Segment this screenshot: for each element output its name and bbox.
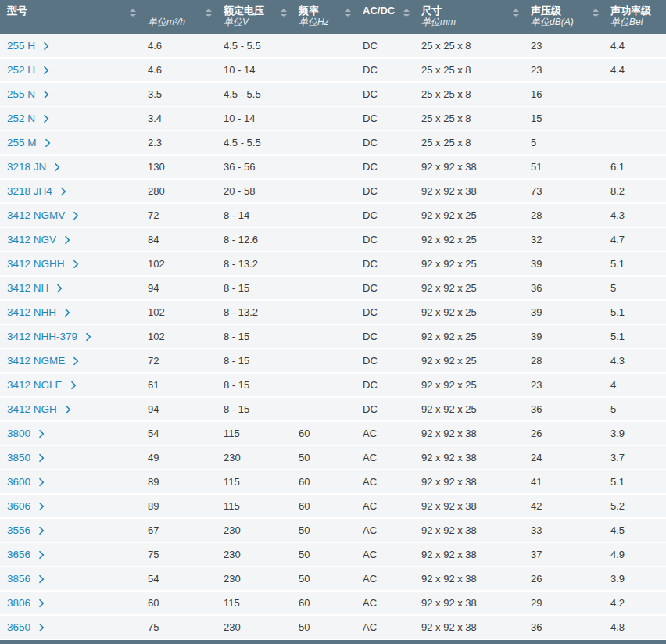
column-header-sound_pressure[interactable]: 声压级单位dB(A) [524,0,603,34]
model-link[interactable]: 3856 [7,573,45,585]
column-header-acdc[interactable]: AC/DC [356,0,414,34]
sort-arrows-icon[interactable] [593,9,599,17]
model-name: 3600 [7,476,30,488]
cell-airflow: 84 [141,234,217,245]
column-header-dimensions[interactable]: 尺寸单位mm [414,0,524,34]
table-row: 3412 NGLE618 - 15DC92 x 92 x 25234 [0,374,666,398]
cell-dimensions: 92 x 92 x 25 [414,258,524,270]
model-link[interactable]: 3412 NGLE [7,379,77,391]
model-link[interactable]: 3412 NGV [7,234,70,245]
cell-model: 3600 [0,476,141,488]
model-link[interactable]: 3412 NGME [7,355,79,367]
cell-voltage: 8 - 15 [217,331,292,342]
cell-acdc: DC [356,161,414,173]
sort-asc-icon [513,9,519,12]
model-link[interactable]: 3850 [7,452,45,463]
column-unit-label: 单位m³/h [148,16,185,27]
model-link[interactable]: 3600 [7,476,45,488]
model-name: 3856 [7,573,30,585]
table-header-row: 型号单位m³/h额定电压单位V频率单位HzAC/DC尺寸单位mm声压级单位dB(… [0,0,666,34]
cell-voltage: 20 - 58 [217,185,292,197]
model-link[interactable]: 252 H [7,64,49,76]
model-link[interactable]: 3556 [7,524,45,536]
model-link[interactable]: 3218 JH4 [7,185,66,197]
cell-model: 3218 JH4 [0,185,141,197]
sort-desc-icon [281,14,287,17]
cell-sound_pressure: 23 [524,40,603,52]
table-row: 35566723050AC92 x 92 x 38334.5 [0,519,666,543]
column-unit-label: 单位dB(A) [531,16,574,27]
cell-frequency: 50 [292,524,356,536]
model-link[interactable]: 3412 NHH-379 [7,331,91,342]
table-row: 3412 NGHH1028 - 13.2DC92 x 92 x 25395.1 [0,252,666,277]
table-row: 3412 NHH1028 - 13.2DC92 x 92 x 25395.1 [0,301,666,325]
sort-arrows-icon[interactable] [513,9,519,17]
model-link[interactable]: 252 N [7,113,49,124]
cell-voltage: 8 - 14 [217,209,292,221]
model-link[interactable]: 3412 NH [7,282,63,294]
chevron-right-icon [73,259,79,269]
sort-arrows-icon[interactable] [345,9,351,17]
model-link[interactable]: 3412 NGMV [7,209,79,221]
cell-acdc: DC [356,40,414,52]
model-link[interactable]: 3412 NHH [7,306,70,318]
cell-sound_power: 4 [603,379,666,391]
cell-acdc: DC [356,113,414,124]
chevron-right-icon [38,599,45,608]
cell-sound_pressure: 23 [524,379,603,391]
model-name: 3412 NGLE [7,379,63,391]
cell-model: 3606 [0,500,141,512]
cell-acdc: AC [356,621,414,633]
cell-model: 3412 NH [0,282,141,294]
cell-sound_pressure: 28 [524,209,603,221]
model-link[interactable]: 3412 NGHH [7,258,79,270]
cell-voltage: 8 - 13.2 [217,258,292,270]
chevron-right-icon [64,308,70,317]
sort-arrows-icon[interactable] [403,9,410,17]
table-row: 38565423050AC92 x 92 x 38263.9 [0,567,666,592]
cell-airflow: 75 [141,621,217,633]
sort-arrows-icon[interactable] [130,9,136,17]
cell-voltage: 230 [217,621,292,633]
column-header-voltage[interactable]: 额定电压单位V [217,0,292,34]
column-header-airflow[interactable]: 单位m³/h [141,0,217,34]
cell-frequency: 60 [292,597,356,609]
model-link[interactable]: 3412 NGH [7,403,71,415]
column-header-model[interactable]: 型号 [0,0,141,34]
cell-model: 255 M [0,137,141,148]
cell-acdc: AC [356,452,414,463]
column-label: 频率 [299,5,329,16]
model-link[interactable]: 255 M [7,137,51,148]
cell-frequency: 60 [292,476,356,488]
table-row: 252 N3.410 - 14DC25 x 25 x 815 [0,107,666,131]
cell-airflow: 75 [141,549,217,560]
model-link[interactable]: 3806 [7,597,45,609]
cell-sound_power: 5.1 [603,258,666,270]
model-name: 3656 [7,549,30,560]
product-spec-table: 型号单位m³/h额定电压单位V频率单位HzAC/DC尺寸单位mm声压级单位dB(… [0,0,666,644]
cell-dimensions: 92 x 92 x 38 [414,428,524,439]
model-link[interactable]: 3800 [7,428,45,439]
cell-voltage: 8 - 13.2 [217,306,292,318]
cell-dimensions: 25 x 25 x 8 [414,113,524,124]
model-link[interactable]: 3656 [7,549,45,560]
table-row: 38066011560AC92 x 92 x 38294.2 [0,592,666,616]
cell-airflow: 89 [141,500,217,512]
sort-asc-icon [130,9,136,12]
column-header-text: 声功率级单位Bel [610,5,651,27]
sort-arrows-icon[interactable] [281,9,287,17]
cell-airflow: 61 [141,379,217,391]
sort-arrows-icon[interactable] [206,9,212,17]
model-name: 3412 NGV [7,234,56,245]
model-link[interactable]: 255 N [7,88,49,100]
sort-desc-icon [403,14,410,17]
cell-dimensions: 92 x 92 x 25 [414,306,524,318]
column-header-frequency[interactable]: 频率单位Hz [292,0,356,34]
model-link[interactable]: 3606 [7,500,45,512]
cell-model: 3412 NGHH [0,258,141,270]
model-link[interactable]: 3650 [7,621,45,633]
model-link[interactable]: 3218 JN [7,161,60,173]
model-name: 252 N [7,113,35,124]
model-link[interactable]: 255 H [7,40,49,52]
cell-sound_power: 4.4 [603,40,666,52]
